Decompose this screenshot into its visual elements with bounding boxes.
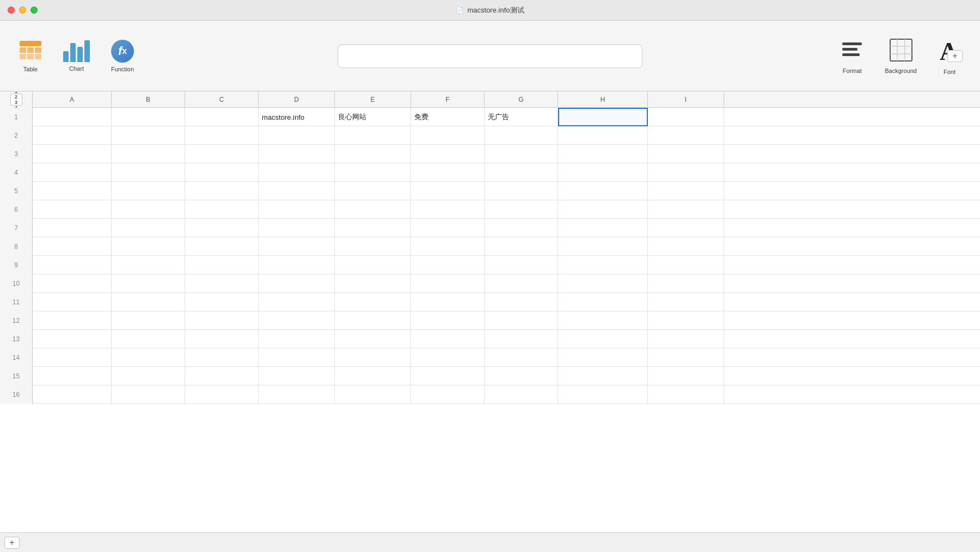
col-header-a[interactable]: A (33, 91, 112, 107)
cell-c3[interactable] (185, 145, 259, 163)
cell-i11[interactable] (648, 293, 724, 311)
cell-h4[interactable] (558, 163, 648, 182)
cell-e6[interactable] (335, 200, 411, 219)
cell-g3[interactable] (485, 145, 558, 163)
cell-c7[interactable] (185, 219, 259, 237)
cell-b8[interactable] (112, 237, 185, 256)
cell-i3[interactable] (648, 145, 724, 163)
cell-a8[interactable] (33, 237, 112, 256)
col-header-d[interactable]: D (259, 91, 335, 107)
cell-a16[interactable] (33, 385, 112, 404)
add-sheet-button[interactable]: + (4, 537, 20, 549)
cell-c11[interactable] (185, 293, 259, 311)
cell-f11[interactable] (411, 293, 485, 311)
cell-h5[interactable] (558, 182, 648, 200)
cell-i7[interactable] (648, 219, 724, 237)
cell-f4[interactable] (411, 163, 485, 182)
cell-e11[interactable] (335, 293, 411, 311)
function-button[interactable]: fx Function (101, 35, 144, 77)
cell-a4[interactable] (33, 163, 112, 182)
cell-a14[interactable] (33, 348, 112, 367)
cell-g13[interactable] (485, 330, 558, 348)
cell-a6[interactable] (33, 200, 112, 219)
cell-f14[interactable] (411, 348, 485, 367)
col-header-e[interactable]: E (335, 91, 411, 107)
col-header-g[interactable]: G (485, 91, 558, 107)
cell-h6[interactable] (558, 200, 648, 219)
cell-i4[interactable] (648, 163, 724, 182)
cell-e10[interactable] (335, 274, 411, 293)
cell-g7[interactable] (485, 219, 558, 237)
cell-e5[interactable] (335, 182, 411, 200)
cell-b10[interactable] (112, 274, 185, 293)
cell-d10[interactable] (259, 274, 335, 293)
cell-e9[interactable] (335, 256, 411, 274)
cell-c12[interactable] (185, 311, 259, 330)
cell-g9[interactable] (485, 256, 558, 274)
cell-d5[interactable] (259, 182, 335, 200)
cell-b14[interactable] (112, 348, 185, 367)
col-header-c[interactable]: C (185, 91, 259, 107)
cell-e14[interactable] (335, 348, 411, 367)
cell-g15[interactable] (485, 367, 558, 385)
cell-d13[interactable] (259, 330, 335, 348)
cell-b16[interactable] (112, 385, 185, 404)
cell-a9[interactable] (33, 256, 112, 274)
cell-b7[interactable] (112, 219, 185, 237)
col-header-i[interactable]: I (648, 91, 724, 107)
cell-g5[interactable] (485, 182, 558, 200)
cell-b1[interactable] (112, 108, 185, 126)
col-header-b[interactable]: B (112, 91, 185, 107)
cell-f3[interactable] (411, 145, 485, 163)
cell-g2[interactable] (485, 126, 558, 145)
cell-g10[interactable] (485, 274, 558, 293)
cell-i14[interactable] (648, 348, 724, 367)
cell-f6[interactable] (411, 200, 485, 219)
formula-input[interactable] (338, 44, 642, 68)
cell-h12[interactable] (558, 311, 648, 330)
cell-h3[interactable] (558, 145, 648, 163)
cell-h1[interactable] (558, 108, 648, 126)
cell-c14[interactable] (185, 348, 259, 367)
cell-c15[interactable] (185, 367, 259, 385)
format-button[interactable]: Format (830, 34, 874, 78)
cell-d9[interactable] (259, 256, 335, 274)
cell-h8[interactable] (558, 237, 648, 256)
cell-h9[interactable] (558, 256, 648, 274)
cell-d4[interactable] (259, 163, 335, 182)
cell-e15[interactable] (335, 367, 411, 385)
col-header-h[interactable]: H (558, 91, 648, 107)
cell-c4[interactable] (185, 163, 259, 182)
cell-h13[interactable] (558, 330, 648, 348)
minimize-button[interactable] (19, 7, 26, 14)
cell-g16[interactable] (485, 385, 558, 404)
cell-e4[interactable] (335, 163, 411, 182)
cell-g11[interactable] (485, 293, 558, 311)
cell-h7[interactable] (558, 219, 648, 237)
cell-i8[interactable] (648, 237, 724, 256)
cell-c6[interactable] (185, 200, 259, 219)
cell-g6[interactable] (485, 200, 558, 219)
cell-i13[interactable] (648, 330, 724, 348)
cell-b3[interactable] (112, 145, 185, 163)
cell-f16[interactable] (411, 385, 485, 404)
cell-a15[interactable] (33, 367, 112, 385)
cell-c8[interactable] (185, 237, 259, 256)
cell-d8[interactable] (259, 237, 335, 256)
chart-button[interactable]: Chart (54, 36, 99, 76)
cell-i15[interactable] (648, 367, 724, 385)
cell-e13[interactable] (335, 330, 411, 348)
cell-d12[interactable] (259, 311, 335, 330)
background-button[interactable]: Background (876, 34, 926, 78)
cell-a5[interactable] (33, 182, 112, 200)
cell-i6[interactable] (648, 200, 724, 219)
cell-a12[interactable] (33, 311, 112, 330)
col-header-f[interactable]: F (411, 91, 485, 107)
cell-d2[interactable] (259, 126, 335, 145)
cell-a1[interactable] (33, 108, 112, 126)
cell-c9[interactable] (185, 256, 259, 274)
cell-g14[interactable] (485, 348, 558, 367)
cell-h11[interactable] (558, 293, 648, 311)
cell-b13[interactable] (112, 330, 185, 348)
cell-i12[interactable] (648, 311, 724, 330)
